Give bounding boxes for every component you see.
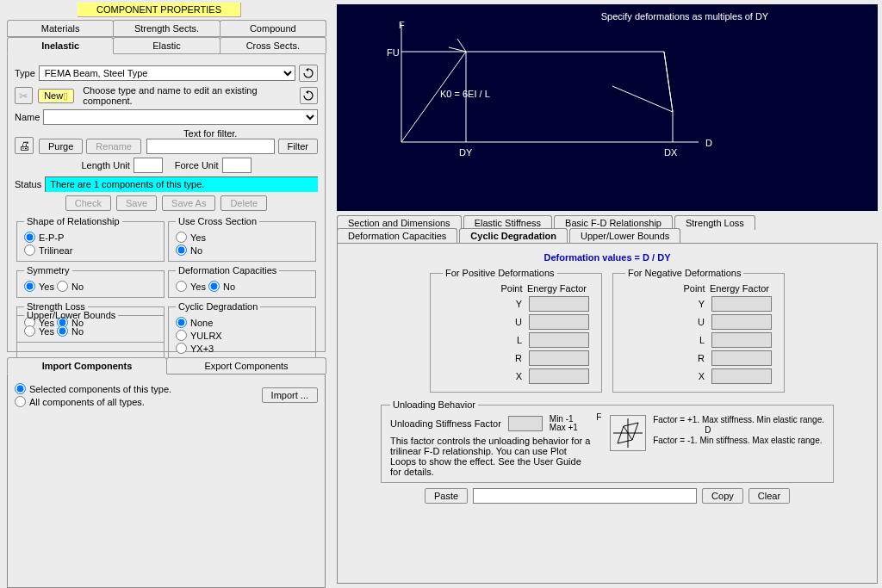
ulb-legend: Upper/Lower Bounds [24,310,118,320]
length-unit-input[interactable] [134,158,163,173]
unload-factor-input[interactable] [508,416,543,431]
chart-fu-label: FU [387,47,400,58]
save-button: Save [116,195,157,211]
usecs-yes-radio[interactable] [176,232,187,243]
purge-button[interactable]: Purge [39,139,83,154]
name-label: Name [15,112,40,122]
paste-input[interactable] [473,488,697,504]
status-label: Status [15,179,41,189]
hysteresis-icon [610,415,646,451]
chart-dy-label: DY [459,147,472,158]
print-button[interactable]: 🖨 [15,137,34,154]
tab-inelastic[interactable]: Inelastic [7,37,114,54]
cyc-yx3-radio[interactable] [176,343,187,354]
neg-r-input[interactable] [711,350,772,366]
tab-import-components[interactable]: Import Components [7,357,167,374]
deformation-values-title: Deformation values = D / DY [346,252,868,263]
neg-y-input[interactable] [711,296,772,312]
import-all-radio[interactable] [15,396,26,407]
import-button[interactable]: Import ... [262,387,318,403]
shape-epp-radio[interactable] [24,232,35,243]
col-point: Point [499,283,525,294]
force-unit-input[interactable] [222,158,252,173]
pos-r-input[interactable] [529,350,589,366]
usecs-legend: Use Cross Section [176,216,259,226]
type-select[interactable]: FEMA Beam, Steel Type [39,65,295,81]
defcap-no-radio[interactable] [208,281,220,292]
unload-desc: This factor controls the unloading behav… [390,436,594,477]
type-label: Type [15,68,35,78]
neg-u-input[interactable] [711,314,772,330]
unload-factor-label: Unloading Stiffness Factor [390,418,501,429]
ulb-yes-radio[interactable] [24,325,35,337]
name-select[interactable] [43,109,318,125]
pos-x-input[interactable] [529,368,589,384]
chart-k0-label: K0 = 6EI / L [440,89,490,99]
filter-input[interactable] [146,139,275,154]
tab-strength-sects[interactable]: Strength Sects. [113,20,220,36]
sym-yes-radio[interactable] [24,281,35,292]
unloading-legend: Unloading Behavior [390,399,478,410]
panel-title: COMPONENT PROPERTIES [78,3,241,17]
cyc-none-radio[interactable] [176,317,187,328]
negative-def-legend: For Negative Deformations [625,268,743,278]
svg-line-4 [612,86,673,112]
col-ef: Energy Factor [525,283,589,294]
fd-chart: Specify deformations as multiples of DY … [337,4,878,211]
saveas-button: Save As [162,195,215,211]
upper-tabs-row1: Materials Strength Sects. Compound [7,20,326,37]
refresh-button-2[interactable] [300,87,318,104]
refresh-icon [303,68,314,78]
rename-button: Rename [86,139,141,154]
filter-button[interactable]: Filter [278,139,318,154]
pos-l-input[interactable] [529,332,589,348]
chart-d-label: D [705,138,712,148]
tab-cyclic-degradation[interactable]: Cyclic Degradation [459,228,568,244]
tab-materials[interactable]: Materials [7,20,114,36]
type-refresh-button[interactable] [299,65,318,82]
pos-u-input[interactable] [529,314,589,330]
chart-title: Specify deformations as multiples of DY [492,11,878,22]
length-unit-label: Length Unit [81,160,129,170]
factor-minus-text: Factor = -1. Min stiffness. Max elastic … [653,436,824,446]
shape-trilinear-radio[interactable] [24,244,35,256]
shape-legend: Shape of Relationship [24,216,122,226]
clear-button[interactable]: Clear [748,488,790,504]
defcap-legend: Deformation Capacities [176,265,279,275]
refresh-icon [303,90,314,101]
paste-button[interactable]: Paste [425,488,468,504]
scissors-button[interactable]: ✂ [15,87,33,104]
cycdeg-legend: Cyclic Degradation [176,301,260,312]
tab-elastic[interactable]: Elastic [113,37,220,53]
status-text: There are 1 components of this type. [45,176,318,192]
neg-l-input[interactable] [711,332,772,348]
pos-y-input[interactable] [529,296,589,312]
usecs-no-radio[interactable] [176,244,187,256]
neg-x-input[interactable] [711,368,772,384]
tab-cross-sects[interactable]: Cross Sects. [220,37,326,53]
tab-deformation-capacities[interactable]: Deformation Capacities [337,228,457,244]
cyc-yulrx-radio[interactable] [176,330,187,341]
import-selected-radio[interactable] [15,383,26,394]
sym-no-radio[interactable] [57,281,68,292]
positive-def-legend: For Positive Deformations [443,268,557,278]
chart-dx-label: DX [664,147,677,158]
symmetry-legend: Symmetry [24,265,72,275]
choose-text: Choose type and name to edit an existing… [83,85,300,106]
defcap-yes-radio[interactable] [176,281,187,292]
tab-upperlower-bounds[interactable]: Upper/Lower Bounds [569,228,680,244]
filter-label: Text for filter. [146,128,275,139]
tab-export-components[interactable]: Export Components [166,357,326,374]
force-unit-label: Force Unit [175,160,219,170]
chart-f-label: F [399,20,405,30]
tab-compound[interactable]: Compound [220,20,326,36]
upper-tabs-row2: Inelastic Elastic Cross Sects. [7,37,326,54]
copy-button[interactable]: Copy [702,488,743,504]
delete-button: Delete [220,195,267,211]
check-button: Check [65,195,111,211]
factor-plus-text: Factor = +1. Max stiffness. Min elastic … [653,415,824,425]
new-button[interactable]: New▯ [38,89,74,103]
ulb-no-radio[interactable] [57,325,68,337]
